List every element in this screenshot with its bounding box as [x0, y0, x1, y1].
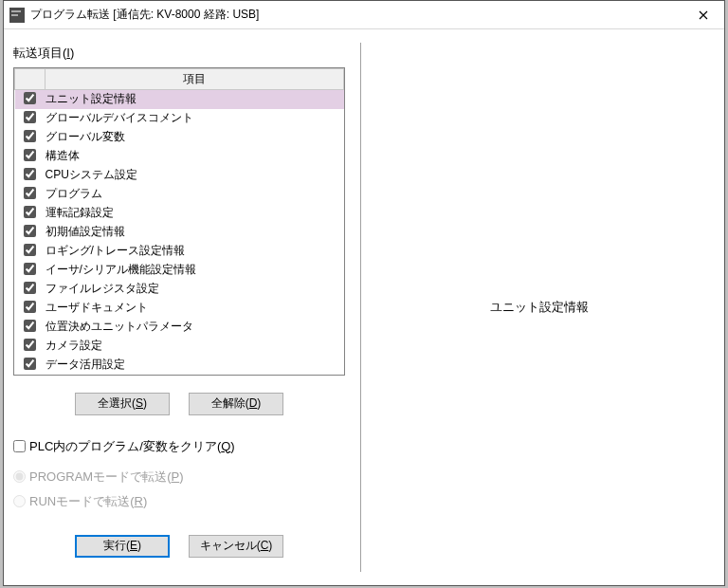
items-table-wrap: 項目 ユニット設定情報グローバルデバイスコメントグローバル変数構造体CPUシステ… [13, 67, 345, 376]
row-checkbox[interactable] [24, 225, 36, 237]
items-table: 項目 ユニット設定情報グローバルデバイスコメントグローバル変数構造体CPUシステ… [14, 68, 344, 375]
row-check-cell[interactable] [15, 261, 46, 280]
cancel-button[interactable]: キャンセル(C) [189, 535, 283, 558]
run-mode-label: RUNモードで転送(R) [29, 493, 147, 510]
detail-text: ユニット設定情報 [490, 299, 589, 316]
program-transfer-dialog: プログラム転送 [通信先: KV-8000 経路: USB] 転送項目(I) 項… [3, 0, 725, 586]
row-label[interactable]: データ活用設定 [46, 356, 344, 375]
row-check-cell[interactable] [15, 223, 46, 242]
row-check-cell[interactable] [15, 337, 46, 356]
col-header-item[interactable]: 項目 [46, 69, 344, 90]
table-row[interactable]: イーサ/シリアル機能設定情報 [15, 261, 344, 280]
select-buttons-row: 全選択(S) 全解除(D) [13, 393, 345, 415]
row-label[interactable]: 初期値設定情報 [46, 223, 344, 242]
run-mode-radio-row: RUNモードで転送(R) [13, 493, 345, 510]
row-label[interactable]: ロギング/トレース設定情報 [46, 242, 344, 261]
run-mode-radio [13, 495, 26, 507]
row-checkbox[interactable] [24, 187, 36, 199]
content-area: 転送項目(I) 項目 ユニット設定情報グローバルデバイスコメントグローバル変数構… [4, 29, 724, 585]
deselect-all-button[interactable]: 全解除(D) [189, 393, 283, 415]
row-check-cell[interactable] [15, 356, 46, 375]
table-row[interactable]: グローバル変数 [15, 128, 344, 147]
row-check-cell[interactable] [15, 128, 46, 147]
row-label[interactable]: ユニット設定情報 [46, 90, 344, 109]
row-label[interactable]: カメラ設定 [46, 337, 344, 356]
row-checkbox[interactable] [24, 168, 36, 180]
right-panel: ユニット設定情報 [355, 29, 724, 585]
titlebar: プログラム転送 [通信先: KV-8000 経路: USB] [4, 1, 724, 29]
row-checkbox[interactable] [24, 92, 36, 104]
row-label[interactable]: プログラム [46, 185, 344, 204]
clear-plc-label: PLC内のプログラム/変数をクリア(Q) [29, 438, 235, 455]
table-row[interactable]: ユニット設定情報 [15, 90, 344, 109]
row-label[interactable]: CPUシステム設定 [46, 166, 344, 185]
row-check-cell[interactable] [15, 90, 46, 109]
row-checkbox[interactable] [24, 130, 36, 142]
row-check-cell[interactable] [15, 166, 46, 185]
table-row[interactable]: 運転記録設定 [15, 204, 344, 223]
row-label[interactable]: ファイルレジスタ設定 [46, 280, 344, 299]
row-checkbox[interactable] [24, 301, 36, 313]
row-checkbox[interactable] [24, 149, 36, 161]
row-check-cell[interactable] [15, 109, 46, 128]
row-label[interactable]: グローバルデバイスコメント [46, 109, 344, 128]
program-mode-label: PROGRAMモードで転送(P) [29, 469, 184, 486]
clear-plc-checkbox-row[interactable]: PLC内のプログラム/変数をクリア(Q) [13, 438, 345, 455]
row-checkbox[interactable] [24, 244, 36, 256]
table-row[interactable]: ファイルレジスタ設定 [15, 280, 344, 299]
app-icon [9, 8, 25, 23]
row-checkbox[interactable] [24, 339, 36, 351]
row-checkbox[interactable] [24, 282, 36, 294]
close-button[interactable] [684, 2, 722, 28]
table-row[interactable]: ユーザドキュメント [15, 299, 344, 318]
row-checkbox[interactable] [24, 111, 36, 123]
row-label[interactable]: 位置決めユニットパラメータ [46, 318, 344, 337]
row-label[interactable]: グローバル変数 [46, 128, 344, 147]
row-label[interactable]: 構造体 [46, 147, 344, 166]
execute-button[interactable]: 実行(E) [75, 535, 170, 558]
table-row[interactable]: グローバルデバイスコメント [15, 109, 344, 128]
table-row[interactable]: 位置決めユニットパラメータ [15, 318, 344, 337]
clear-plc-checkbox[interactable] [13, 440, 26, 452]
program-mode-radio-row: PROGRAMモードで転送(P) [13, 469, 345, 486]
row-check-cell[interactable] [15, 242, 46, 261]
row-check-cell[interactable] [15, 299, 46, 318]
row-checkbox[interactable] [24, 263, 36, 275]
row-checkbox[interactable] [24, 206, 36, 218]
action-buttons-row: 実行(E) キャンセル(C) [13, 535, 345, 558]
row-check-cell[interactable] [15, 147, 46, 166]
left-panel: 転送項目(I) 項目 ユニット設定情報グローバルデバイスコメントグローバル変数構… [4, 29, 355, 585]
table-row[interactable]: プログラム [15, 185, 344, 204]
close-icon [699, 10, 708, 20]
row-checkbox[interactable] [24, 358, 36, 370]
table-row[interactable]: カメラ設定 [15, 337, 344, 356]
select-all-button[interactable]: 全選択(S) [75, 393, 170, 415]
transfer-items-label: 転送項目(I) [13, 45, 345, 62]
row-check-cell[interactable] [15, 280, 46, 299]
window-title: プログラム転送 [通信先: KV-8000 経路: USB] [30, 7, 684, 23]
row-label[interactable]: 運転記録設定 [46, 204, 344, 223]
row-check-cell[interactable] [15, 204, 46, 223]
row-label[interactable]: ユーザドキュメント [46, 299, 344, 318]
row-check-cell[interactable] [15, 185, 46, 204]
row-label[interactable]: イーサ/シリアル機能設定情報 [46, 261, 344, 280]
table-row[interactable]: 初期値設定情報 [15, 223, 344, 242]
table-row[interactable]: データ活用設定 [15, 356, 344, 375]
table-row[interactable]: CPUシステム設定 [15, 166, 344, 185]
table-row[interactable]: ロギング/トレース設定情報 [15, 242, 344, 261]
program-mode-radio [13, 470, 26, 483]
row-check-cell[interactable] [15, 318, 46, 337]
panel-divider [360, 43, 362, 572]
col-header-check[interactable] [15, 69, 46, 90]
table-row[interactable]: 構造体 [15, 147, 344, 166]
row-checkbox[interactable] [24, 320, 36, 332]
